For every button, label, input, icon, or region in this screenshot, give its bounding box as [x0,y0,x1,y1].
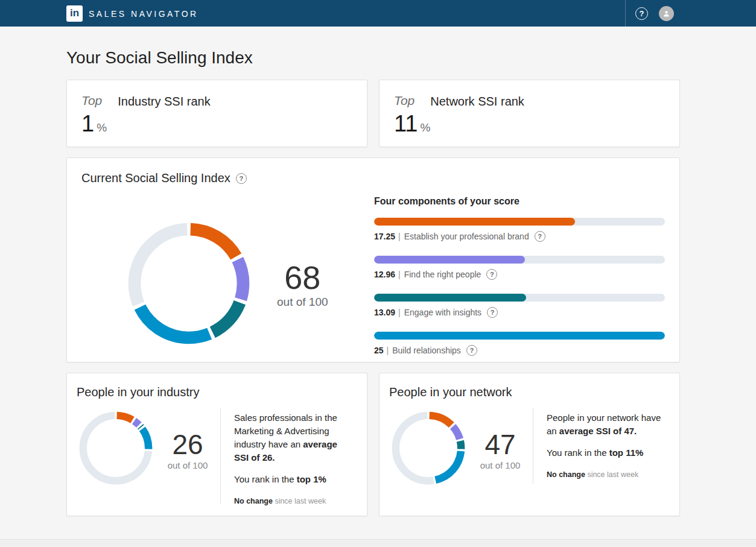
top-label: Top [81,93,102,109]
rank-cards-row: Top Industry SSI rank 1 % Top Network SS… [66,80,680,147]
industry-card: People in your industry 26 out of 100 Sa… [66,373,367,516]
industry-out-of-label: out of 100 [155,460,220,470]
network-out-of-label: out of 100 [468,460,533,470]
ssi-donut-section: 68 out of 100 [81,188,374,370]
component-label: Establish your professional brand [404,232,529,241]
sales-navigator-logo[interactable]: in SALES NAVIGATOR [66,5,199,22]
current-ssi-title: Current Social Selling Index [81,171,230,185]
help-glyph: ? [239,175,243,182]
page-content: Your Social Selling Index Top Industry S… [0,27,756,516]
network-summary: People in your network have an average S… [533,406,670,487]
network-rank-value: 11 [394,111,418,137]
industry-change-rest: since last week [273,497,326,505]
current-ssi-card: Current Social Selling Index ? 68 out of… [66,157,680,362]
component-value: 17.25 [374,232,395,241]
component-label: Find the right people [404,270,481,279]
industry-rank-card: Top Industry SSI rank 1 % [66,80,367,147]
network-donut-chart [389,409,468,487]
network-change-bold: No change [547,470,585,479]
network-rank-card: Top Network SSI rank 11 % [379,80,680,147]
industry-change-bold: No change [234,497,273,505]
network-desc-bold: average SSI of 47. [559,426,637,436]
component-brand: 17.25 | Establish your professional bran… [374,218,665,242]
industry-rank-text: You rank in the [234,474,297,484]
component-relationships: 25 | Build relationships ? [374,332,665,356]
network-rank-text: You rank in the [547,447,609,458]
bar-fill-insights [374,294,526,302]
component-insights: 13.09 | Engage with insights ? [374,294,665,318]
components-title: Four components of your score [374,196,665,207]
help-icon[interactable]: ? [236,173,247,184]
component-value: 12.96 [374,270,395,279]
separator: | [387,346,389,355]
linkedin-logo-text: in [70,7,79,19]
network-card: People in your network 47 out of 100 Peo… [379,373,680,516]
component-label: Build relationships [392,346,461,355]
help-icon[interactable]: ? [535,231,545,242]
bar-track [374,294,665,302]
network-rank-title: Network SSI rank [430,95,665,109]
help-glyph: ? [538,233,542,240]
industry-donut-chart [77,409,155,487]
linkedin-logo-icon: in [66,5,83,22]
network-rank-bold: top 11% [609,447,644,458]
separator: | [398,308,401,317]
avatar[interactable] [659,6,674,21]
top-label: Top [394,93,415,109]
help-glyph: ? [490,271,494,278]
help-glyph: ? [640,9,644,18]
industry-rank-title: Industry SSI rank [118,95,352,109]
component-value: 25 [374,346,384,355]
industry-rank-unit: % [97,121,107,134]
help-glyph: ? [469,347,474,354]
page-title: Your Social Selling Index [66,48,680,68]
bar-track [374,256,665,264]
ssi-donut-chart [124,218,254,349]
comparison-cards-row: People in your industry 26 out of 100 Sa… [66,373,680,516]
bar-track [374,218,665,226]
component-people: 12.96 | Find the right people ? [374,256,665,280]
network-score: 47 [468,431,533,458]
component-label: Engage with insights [404,308,481,317]
footer-divider [0,539,756,547]
top-navbar: in SALES NAVIGATOR ? [0,0,756,27]
navbar-actions: ? [625,0,756,27]
separator: | [398,270,401,279]
help-icon[interactable]: ? [486,269,497,280]
industry-rank-bold: top 1% [297,474,326,484]
brand-name: SALES NAVIGATOR [89,9,199,19]
industry-score: 26 [155,431,220,458]
network-card-title: People in your network [389,385,512,399]
help-glyph: ? [491,309,495,316]
score-components-section: Four components of your score 17.25 | Es… [374,188,665,370]
ssi-score: 68 [277,261,328,295]
help-icon[interactable]: ? [466,345,477,356]
network-rank-unit: % [420,121,430,134]
component-value: 13.09 [374,308,395,317]
industry-rank-value: 1 [81,111,94,137]
bar-track [374,332,665,340]
bar-fill-people [374,256,525,264]
navbar-divider [625,0,626,27]
ssi-out-of-label: out of 100 [277,296,328,309]
bar-fill-relationships [374,332,665,340]
help-icon[interactable]: ? [635,7,648,20]
industry-summary: Sales professionals in the Marketing & A… [221,406,357,508]
industry-card-title: People in your industry [77,385,199,399]
network-change-rest: since last week [585,470,638,479]
bar-fill-brand [374,218,575,226]
person-icon [662,10,670,17]
separator: | [398,232,401,241]
help-icon[interactable]: ? [487,307,498,318]
